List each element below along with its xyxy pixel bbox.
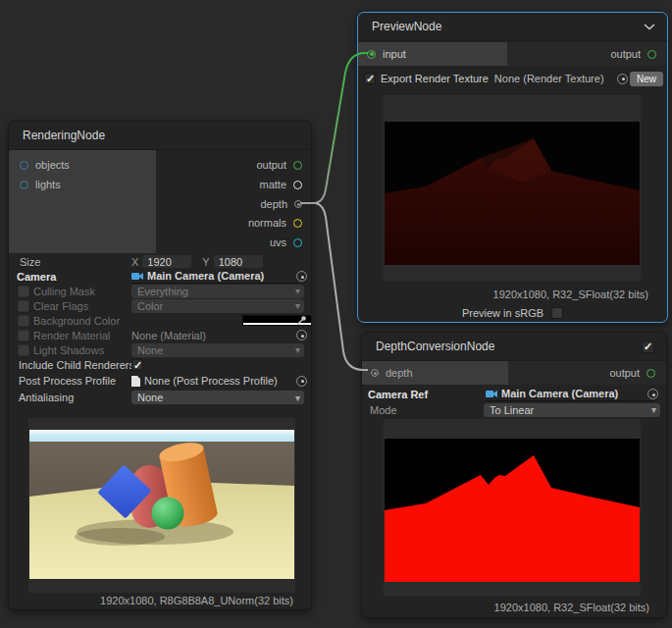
camera-row: Camera Main Camera (Camera) (9, 269, 311, 284)
camera-value: Main Camera (Camera) (147, 270, 264, 282)
include-child-renderers-row: Include Child Renderers (9, 357, 311, 372)
post-process-profile-row: Post Process Profile None (Post Process … (9, 373, 311, 389)
export-render-texture-checkbox[interactable] (364, 73, 376, 84)
size-x-field[interactable]: 1920 (142, 255, 191, 268)
antialiasing-row: Antialiasing None (9, 390, 311, 405)
preview-node-title: PreviewNode (372, 20, 441, 33)
objects-port-icon[interactable] (20, 161, 28, 170)
camera-ref-object-field[interactable]: Main Camera (Camera) (486, 388, 654, 401)
render-material-label: Render Material (33, 330, 110, 341)
depth-conversion-preview (384, 419, 641, 596)
port-input[interactable]: input (367, 42, 406, 66)
background-color-override-checkbox[interactable] (18, 315, 29, 327)
export-render-texture-picker-icon[interactable] (617, 74, 628, 84)
preview-node-header[interactable]: PreviewNode (358, 13, 667, 41)
depth-conversion-node-header[interactable]: DepthConversionNode (362, 333, 666, 361)
normals-port-icon[interactable] (293, 219, 302, 228)
camera-picker-icon[interactable] (296, 271, 307, 282)
objects-port-label: objects (35, 159, 70, 171)
output-port-icon[interactable] (293, 161, 302, 170)
export-render-texture-label: Export Render Texture (381, 73, 489, 84)
render-material-field[interactable]: None (Material) (131, 330, 206, 341)
camera-icon (131, 272, 143, 281)
mode-label: Mode (370, 404, 397, 416)
port-uvs[interactable]: uvs (270, 234, 302, 251)
preview-srgb-row: Preview in sRGB (358, 307, 667, 319)
light-shadows-row: Light Shadows None (9, 342, 311, 357)
eyedropper-icon[interactable] (296, 315, 307, 326)
depth-raw-preview-image (385, 122, 640, 265)
preview-output-port-icon[interactable] (647, 50, 656, 59)
antialiasing-dropdown[interactable]: None (131, 391, 304, 404)
clear-flags-override-checkbox[interactable] (18, 300, 29, 312)
size-row: Size X 1920 Y 1080 (9, 254, 311, 269)
rendering-node-header[interactable]: RenderingNode (9, 122, 311, 150)
port-output[interactable]: output (256, 156, 302, 174)
post-process-profile-picker-icon[interactable] (296, 376, 307, 387)
port-depth-output[interactable]: output (609, 361, 655, 385)
size-label: Size (20, 256, 40, 268)
preview-node-preview (384, 95, 641, 281)
depth-conversion-enabled-checkbox[interactable] (642, 340, 654, 353)
preview-node-ports: input output (358, 42, 667, 66)
size-x-label: X (131, 256, 138, 268)
antialiasing-label: Antialiasing (19, 392, 74, 403)
camera-ref-picker-icon[interactable] (647, 389, 658, 399)
size-y-field[interactable]: 1080 (214, 255, 263, 268)
render-material-picker-icon[interactable] (296, 330, 307, 340)
camera-object-field[interactable]: Main Camera (Camera) (131, 270, 298, 284)
clear-flags-label: Clear Flags (33, 300, 88, 312)
depth-port-icon[interactable] (294, 200, 302, 208)
culling-mask-override-checkbox[interactable] (18, 286, 29, 297)
light-shadows-label: Light Shadows (33, 344, 104, 356)
port-matte[interactable]: matte (259, 176, 302, 193)
uvs-port-icon[interactable] (293, 238, 302, 247)
clear-flags-row: Clear Flags Color (9, 298, 311, 313)
rendering-node[interactable]: RenderingNode objects lights output matt… (8, 121, 312, 610)
input-port-icon[interactable] (367, 50, 376, 59)
camera-ref-icon (486, 390, 497, 398)
port-lights[interactable]: lights (20, 176, 61, 193)
depth-output-port-icon[interactable] (646, 369, 655, 378)
background-color-row: Background Color (9, 313, 311, 328)
port-depth-input[interactable]: depth (371, 361, 413, 385)
mode-dropdown[interactable]: To Linear (484, 403, 660, 417)
size-y-label: Y (202, 256, 209, 268)
depth-input-port-label: depth (386, 367, 413, 379)
culling-mask-dropdown[interactable]: Everything (131, 285, 304, 298)
rendering-node-ports: objects lights output matte depth normal… (9, 150, 311, 253)
camera-label: Camera (17, 271, 56, 283)
camera-ref-label: Camera Ref (368, 389, 428, 400)
rendering-node-title: RenderingNode (23, 129, 105, 142)
matte-port-label: matte (259, 179, 286, 190)
clear-flags-dropdown[interactable]: Color (131, 299, 304, 313)
depth-conversion-node-title: DepthConversionNode (376, 340, 494, 353)
light-shadows-dropdown[interactable]: None (131, 343, 304, 357)
chevron-down-icon[interactable] (644, 24, 655, 30)
new-render-texture-button[interactable]: New (630, 72, 663, 86)
lights-port-label: lights (35, 179, 61, 190)
port-normals[interactable]: normals (248, 214, 302, 232)
camera-ref-row: Camera Ref Main Camera (Camera) (362, 387, 666, 401)
export-render-texture-value[interactable]: None (Render Texture) (494, 73, 604, 84)
render-material-row: Render Material None (Material) (9, 328, 311, 342)
preview-output-port-label: output (610, 48, 641, 60)
include-child-renderers-checkbox[interactable] (131, 359, 143, 371)
lights-port-icon[interactable] (20, 181, 28, 189)
depth-conversion-node[interactable]: DepthConversionNode depth output Camera … (361, 332, 667, 618)
preview-node[interactable]: PreviewNode input output Export Render T… (357, 12, 668, 323)
uvs-port-label: uvs (270, 236, 286, 248)
matte-port-icon[interactable] (293, 181, 302, 189)
light-shadows-override-checkbox[interactable] (18, 344, 29, 356)
node-graph-canvas[interactable]: { "rendering_node": { "title": "Renderin… (0, 0, 672, 628)
preview-srgb-checkbox[interactable] (551, 307, 563, 319)
post-process-profile-field[interactable]: None (Post Process Profile) (131, 375, 278, 387)
port-depth[interactable]: depth (260, 195, 302, 213)
render-material-override-checkbox[interactable] (18, 330, 29, 341)
depth-conversion-preview-caption: 1920x1080, R32_SFloat(32 bits) (494, 602, 649, 613)
port-preview-output[interactable]: output (610, 42, 656, 66)
include-child-renderers-label: Include Child Renderers (19, 359, 134, 371)
profile-asset-icon (131, 376, 140, 387)
port-objects[interactable]: objects (20, 156, 70, 174)
depth-input-port-icon[interactable] (371, 369, 379, 377)
